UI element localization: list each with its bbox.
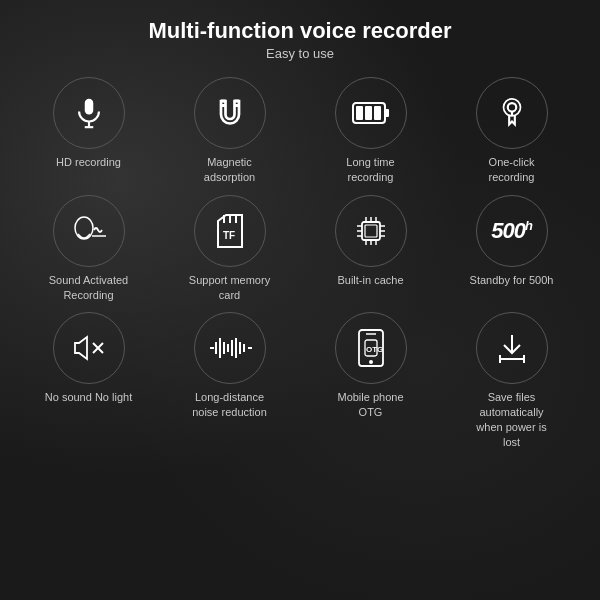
icon-circle-touch bbox=[476, 77, 548, 149]
label-standby: Standby for 500h bbox=[470, 273, 554, 288]
icon-circle-mute bbox=[53, 312, 125, 384]
svg-rect-8 bbox=[385, 109, 389, 117]
icon-circle-sound-activated bbox=[53, 195, 125, 267]
svg-rect-22 bbox=[365, 225, 377, 237]
feature-battery: Long time recording bbox=[302, 77, 439, 185]
label-magnetic: Magnetic adsorption bbox=[185, 155, 275, 185]
feature-hd-recording: HD recording bbox=[20, 77, 157, 185]
label-no-sound: No sound No light bbox=[45, 390, 132, 405]
svg-point-49 bbox=[369, 360, 373, 364]
feature-no-sound: No sound No light bbox=[20, 312, 157, 449]
phone-otg-icon: OTG bbox=[355, 328, 387, 368]
feature-oneclick: One-click recording bbox=[443, 77, 580, 185]
label-oneclick: One-click recording bbox=[467, 155, 557, 185]
svg-rect-10 bbox=[365, 106, 372, 120]
label-save-files: Save files automatically when power is l… bbox=[467, 390, 557, 449]
svg-text:TF: TF bbox=[223, 230, 235, 241]
mute-icon bbox=[71, 333, 107, 363]
label-memory-card: Support memory card bbox=[185, 273, 275, 303]
label-long-recording: Long time recording bbox=[326, 155, 416, 185]
icon-circle-otg: OTG bbox=[335, 312, 407, 384]
main-container: Multi-function voice recorder Easy to us… bbox=[0, 0, 600, 600]
page-title: Multi-function voice recorder bbox=[148, 18, 451, 44]
svg-point-12 bbox=[507, 103, 516, 112]
sd-card-icon: TF bbox=[214, 213, 246, 249]
icon-circle-microphone bbox=[53, 77, 125, 149]
label-noise-reduction: Long-distance noise reduction bbox=[185, 390, 275, 420]
chip-icon bbox=[353, 213, 389, 249]
feature-magnetic: Magnetic adsorption bbox=[161, 77, 298, 185]
icon-circle-battery bbox=[335, 77, 407, 149]
icon-circle-500h: 500h bbox=[476, 195, 548, 267]
feature-cache: Built-in cache bbox=[302, 195, 439, 303]
svg-point-15 bbox=[75, 217, 93, 239]
battery-icon bbox=[352, 99, 390, 127]
page-subtitle: Easy to use bbox=[266, 46, 334, 61]
svg-rect-11 bbox=[374, 106, 381, 120]
label-otg: Mobile phone OTG bbox=[326, 390, 416, 420]
sound-activated-icon bbox=[70, 214, 108, 248]
svg-text:OTG: OTG bbox=[366, 345, 383, 354]
feature-sound-activated: Sound Activated Recording bbox=[20, 195, 157, 303]
icon-circle-waveform bbox=[194, 312, 266, 384]
feature-otg: OTG Mobile phone OTG bbox=[302, 312, 439, 449]
feature-noise-reduction: Long-distance noise reduction bbox=[161, 312, 298, 449]
label-hd-recording: HD recording bbox=[56, 155, 121, 170]
label-sound-activated: Sound Activated Recording bbox=[44, 273, 134, 303]
icon-circle-chip bbox=[335, 195, 407, 267]
standby-text: 500h bbox=[491, 218, 532, 244]
waveform-icon bbox=[208, 334, 252, 362]
features-grid: HD recording Magnetic adsorption bbox=[20, 77, 580, 450]
icon-circle-magnet bbox=[194, 77, 266, 149]
icon-circle-download bbox=[476, 312, 548, 384]
magnet-icon bbox=[212, 95, 248, 131]
feature-save-files: Save files automatically when power is l… bbox=[443, 312, 580, 449]
feature-memory-card: TF Support memory card bbox=[161, 195, 298, 303]
touch-icon bbox=[495, 96, 529, 130]
svg-rect-9 bbox=[356, 106, 363, 120]
label-cache: Built-in cache bbox=[337, 273, 403, 288]
download-icon bbox=[495, 331, 529, 365]
feature-standby: 500h Standby for 500h bbox=[443, 195, 580, 303]
svg-rect-0 bbox=[84, 99, 93, 115]
icon-circle-sd-card: TF bbox=[194, 195, 266, 267]
microphone-icon bbox=[72, 96, 106, 130]
